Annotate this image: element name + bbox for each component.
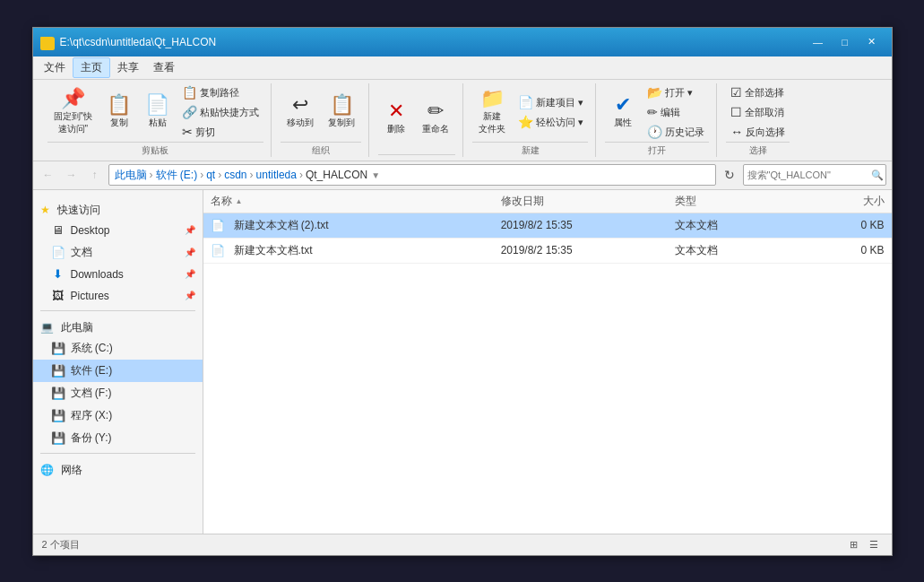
minimize-button[interactable]: — (806, 33, 831, 51)
col-name-header[interactable]: 名称 ▲ (211, 194, 501, 209)
drive-f-icon: 💾 (51, 386, 65, 400)
refresh-button[interactable]: ↻ (720, 165, 739, 185)
this-pc-header[interactable]: 💻 此电脑 (33, 315, 203, 337)
paste-icon: 📄 (145, 95, 169, 115)
search-icon: 🔍 (871, 169, 884, 181)
sidebar-item-f[interactable]: 💾 文档 (F:) (33, 382, 203, 404)
title-bar-controls: — □ ✕ (806, 33, 885, 51)
search-input[interactable] (747, 169, 871, 180)
sidebar-quick-access: ★ 快速访问 🖥 Desktop 📌 📄 文档 📌 ⬇ Downloads 📌 (33, 197, 203, 307)
open-button[interactable]: 📂 打开 ▾ (643, 83, 709, 102)
breadcrumb-untitleda[interactable]: untitleda (256, 169, 297, 181)
sidebar-this-pc: 💻 此电脑 💾 系统 (C:) 💾 软件 (E:) 💾 文档 (F:) 💾 (33, 315, 203, 449)
table-row[interactable]: 📄 新建文本文档.txt 2019/8/2 15:35 文本文档 0 KB (203, 239, 892, 264)
ribbon-new-group: 📁 新建文件夹 📄 新建项目 ▾ ⭐ 轻松访问 ▾ 新建 (465, 83, 596, 157)
paste-shortcut-button[interactable]: 🔗 粘贴快捷方式 (177, 103, 263, 122)
ribbon-organize-items: ↩ 移动到 📋 复制到 (281, 83, 361, 142)
pin-indicator: 📌 (185, 225, 195, 235)
cut-button[interactable]: ✂ 剪切 (177, 123, 263, 142)
ribbon-open-items: ✔ 属性 📂 打开 ▾ ✏ 编辑 🕐 历史记录 (605, 83, 709, 142)
col-type-header[interactable]: 类型 (675, 194, 791, 209)
forward-button[interactable]: → (62, 165, 82, 185)
pin-indicator-pic: 📌 (185, 291, 195, 300)
col-size-header[interactable]: 大小 (791, 194, 885, 209)
menu-share[interactable]: 共享 (110, 58, 146, 77)
sidebar-item-pictures[interactable]: 🖼 Pictures 📌 (33, 285, 203, 307)
sidebar-item-x[interactable]: 💾 程序 (X:) (33, 404, 203, 427)
grid-view-button[interactable]: ⊞ (845, 536, 863, 552)
desktop-icon: 🖥 (51, 223, 65, 238)
history-icon: 🕐 (647, 126, 662, 138)
delete-icon: ✕ (388, 101, 404, 121)
menu-file[interactable]: 文件 (37, 58, 73, 77)
menu-view[interactable]: 查看 (146, 58, 182, 77)
table-row[interactable]: 📄 新建文本文档 (2).txt 2019/8/2 15:35 文本文档 0 K… (203, 213, 892, 239)
back-button[interactable]: ← (39, 165, 58, 185)
select-label: 选择 (726, 142, 790, 157)
breadcrumb-csdn[interactable]: csdn (224, 169, 246, 181)
network-header[interactable]: 🌐 网络 (33, 457, 203, 480)
search-bar[interactable]: 🔍 (743, 164, 886, 186)
divider-2 (40, 453, 195, 454)
breadcrumb-e[interactable]: 软件 (E:) (156, 168, 198, 183)
paste-shortcut-icon: 🔗 (182, 106, 197, 118)
select-all-button[interactable]: ☑ 全部选择 (726, 83, 790, 102)
network-icon: 🌐 (40, 464, 54, 476)
properties-button[interactable]: ✔ 属性 (605, 91, 641, 134)
quick-access-header[interactable]: ★ 快速访问 (33, 197, 203, 220)
folder-icon (40, 37, 55, 48)
list-view-button[interactable]: ☰ (865, 536, 883, 552)
file-size: 0 KB (791, 219, 885, 231)
copy-button[interactable]: 📋 复制 (100, 91, 137, 134)
easy-access-button[interactable]: ⭐ 轻松访问 ▾ (514, 113, 588, 132)
pin-indicator-dl: 📌 (185, 269, 195, 279)
sidebar-item-c-label: 系统 (C:) (71, 341, 113, 356)
breadcrumb-thispc[interactable]: 此电脑 (115, 168, 147, 183)
new-folder-icon: 📁 (480, 89, 505, 109)
sidebar-item-e[interactable]: 💾 软件 (E:) (33, 360, 203, 382)
history-button[interactable]: 🕐 历史记录 (643, 123, 709, 142)
cut-icon: ✂ (182, 126, 193, 138)
sidebar-item-desktop[interactable]: 🖥 Desktop 📌 (33, 220, 203, 241)
pin-icon: 📌 (61, 89, 85, 109)
paste-button[interactable]: 📄 粘贴 (139, 91, 176, 134)
menu-bar: 文件 主页 共享 查看 (33, 56, 892, 80)
pin-button[interactable]: 📌 固定到"快速访问" (47, 84, 99, 140)
copy-to-button[interactable]: 📋 复制到 (322, 91, 361, 134)
delete-button[interactable]: ✕ 删除 (378, 97, 414, 140)
ribbon-new-items: 📁 新建文件夹 📄 新建项目 ▾ ⭐ 轻松访问 ▾ (472, 83, 588, 142)
file-type: 文本文档 (675, 218, 791, 233)
breadcrumb-qt[interactable]: qt (206, 169, 215, 181)
col-date-header[interactable]: 修改日期 (501, 194, 675, 209)
this-pc-icon: 💻 (40, 321, 54, 334)
rename-button[interactable]: ✏ 重命名 (416, 97, 455, 140)
move-to-button[interactable]: ↩ 移动到 (281, 91, 320, 134)
up-button[interactable]: ↑ (85, 165, 105, 185)
rename-icon: ✏ (427, 101, 444, 121)
new-item-button[interactable]: 📄 新建项目 ▾ (514, 93, 588, 112)
copy-path-button[interactable]: 📋 复制路径 (177, 83, 263, 102)
close-button[interactable]: ✕ (859, 33, 885, 51)
file-list-header: 名称 ▲ 修改日期 类型 大小 (203, 190, 892, 213)
invert-select-button[interactable]: ↔ 反向选择 (726, 123, 790, 142)
delete-group-label (378, 154, 455, 157)
maximize-button[interactable]: □ (833, 33, 858, 51)
deselect-all-button[interactable]: ☐ 全部取消 (726, 103, 790, 122)
sidebar-item-c[interactable]: 💾 系统 (C:) (33, 337, 203, 360)
menu-home[interactable]: 主页 (73, 57, 110, 78)
sidebar-item-downloads[interactable]: ⬇ Downloads 📌 (33, 264, 203, 285)
txt-file-icon: 📄 (211, 218, 225, 232)
edit-button[interactable]: ✏ 编辑 (643, 103, 709, 122)
ribbon-select-group: ☑ 全部选择 ☐ 全部取消 ↔ 反向选择 选择 (719, 83, 797, 157)
network-label: 网络 (61, 463, 82, 478)
ribbon-clipboard-items: 📌 固定到"快速访问" 📋 复制 📄 粘贴 📋 复制路径 (47, 83, 264, 142)
title-bar-icon (40, 35, 55, 49)
sidebar-item-documents-label: 文档 (71, 245, 92, 260)
file-name-cell: 📄 新建文本文档 (2).txt (211, 218, 501, 233)
sidebar-item-documents[interactable]: 📄 文档 📌 (33, 241, 203, 264)
new-folder-button[interactable]: 📁 新建文件夹 (472, 84, 512, 140)
ribbon-open-group: ✔ 属性 📂 打开 ▾ ✏ 编辑 🕐 历史记录 (598, 83, 717, 157)
file-type-2: 文本文档 (675, 243, 791, 258)
sidebar-item-y[interactable]: 💾 备份 (Y:) (33, 427, 203, 449)
open-icon: 📂 (647, 86, 662, 99)
